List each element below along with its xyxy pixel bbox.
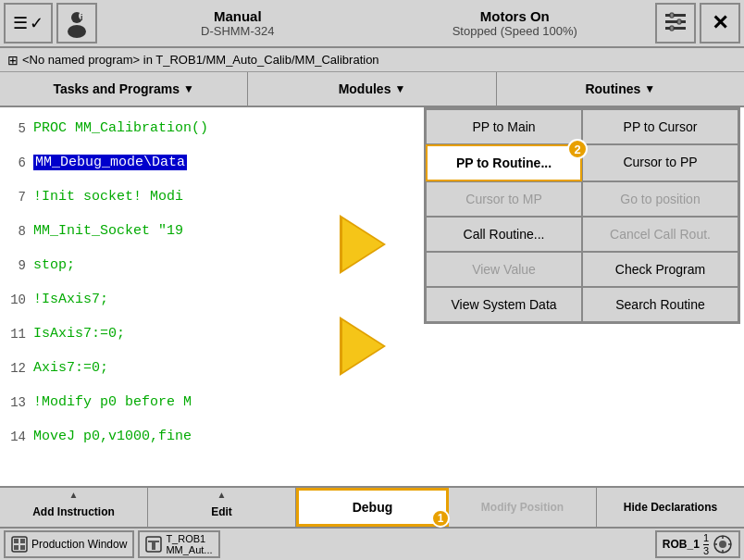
modules-arrow-icon: ▼	[394, 82, 405, 95]
production-window-label: Production Window	[31, 538, 127, 551]
status-bar: Production Window T_ROB1 MM_Aut... ROB_1…	[0, 527, 744, 560]
svg-point-1	[68, 25, 86, 38]
pp-to-routine-label: PP to Routine...	[456, 156, 552, 170]
svg-rect-4	[665, 14, 686, 17]
check-program-button[interactable]: Check Program	[582, 252, 738, 287]
svg-rect-17	[152, 542, 155, 550]
hamburger-icon: ☰	[13, 13, 28, 33]
cancel-call-rout-button[interactable]: Cancel Call Rout.	[582, 217, 738, 252]
pp-to-main-button[interactable]: PP to Main	[426, 109, 582, 144]
play-arrow-top	[342, 218, 383, 270]
rob-icon	[713, 534, 733, 554]
status-label: Stopped (Speed 100%)	[378, 24, 652, 38]
motors-label: Motors On	[378, 8, 652, 24]
navbar: Tasks and Programs ▼ Modules ▼ Routines …	[0, 72, 744, 107]
search-routine-button[interactable]: Search Routine	[582, 287, 738, 322]
close-icon: ✕	[712, 11, 728, 35]
cursor-to-pp-label: Cursor to PP	[623, 155, 697, 169]
svg-rect-14	[20, 545, 25, 550]
call-routine-label: Call Routine...	[464, 227, 545, 242]
context-menu: PP to Main PP to Cursor PP to Routine...…	[424, 107, 740, 324]
breadcrumb-icon: ⊞	[7, 53, 19, 68]
manual-label: Manual	[101, 8, 375, 24]
go-to-position-label: Go to position	[620, 192, 700, 206]
rob-num: 1	[703, 532, 709, 544]
breadcrumb: ⊞ <No named program> in T_ROB1/MM_Auto_C…	[0, 48, 744, 72]
pp-to-cursor-button[interactable]: PP to Cursor	[582, 109, 738, 144]
tasks-arrow-icon: ▼	[183, 82, 194, 95]
header: ☰ ✓ i Manual D-SHMM-324 Motors On Stoppe…	[0, 0, 744, 48]
t-rob1-label: T_ROB1	[166, 533, 212, 544]
checkmark-icon: ✓	[30, 13, 43, 33]
svg-rect-13	[14, 545, 19, 550]
debug-button[interactable]: Debug 1	[296, 488, 449, 527]
settings-button[interactable]	[655, 3, 696, 44]
view-system-data-label: View System Data	[451, 297, 556, 312]
svg-rect-5	[665, 20, 686, 23]
edit-label: Edit	[211, 505, 232, 518]
rob-name-label: ROB_1	[663, 538, 700, 551]
add-instruction-arrow: ▲	[69, 490, 79, 500]
t-rob1-button[interactable]: T_ROB1 MM_Aut...	[138, 530, 219, 558]
code-line-13: 13 !Modify p0 before M	[0, 385, 744, 419]
view-value-label: View Value	[472, 262, 536, 277]
svg-rect-6	[665, 27, 686, 30]
svg-rect-9	[670, 26, 674, 31]
header-device-info: Manual D-SHMM-324	[101, 8, 375, 38]
cursor-to-pp-button[interactable]: Cursor to PP	[582, 144, 738, 181]
close-button[interactable]: ✕	[700, 3, 740, 44]
rob-status: ROB_1 1 3	[655, 530, 740, 558]
edit-arrow: ▲	[217, 490, 227, 500]
rob-den: 3	[703, 545, 709, 556]
search-routine-label: Search Routine	[615, 297, 705, 312]
menu-button[interactable]: ☰ ✓	[4, 3, 53, 44]
debug-badge: 1	[431, 509, 450, 528]
svg-rect-12	[20, 539, 25, 543]
routines-arrow-icon: ▼	[644, 82, 655, 95]
header-status: Motors On Stopped (Speed 100%)	[378, 8, 652, 38]
person-icon: i	[62, 8, 92, 38]
code-highlight: MM_Debug_mode\Data	[33, 155, 187, 170]
pp-to-cursor-label: PP to Cursor	[624, 119, 698, 134]
bottom-toolbar: ▲ Add Instruction ▲ Edit Debug 1 Modify …	[0, 486, 744, 527]
edit-button[interactable]: ▲ Edit	[148, 488, 296, 527]
modules-label: Modules	[339, 81, 391, 96]
svg-rect-7	[670, 13, 674, 18]
code-line-14: 14 MoveJ p0,v1000,fine	[0, 419, 744, 454]
modify-position-label: Modify Position	[481, 501, 564, 514]
cursor-to-mp-label: Cursor to MP	[465, 192, 541, 206]
tasks-programs-label: Tasks and Programs	[53, 81, 180, 96]
add-instruction-label: Add Instruction	[32, 505, 115, 518]
hide-declarations-label: Hide Declarations	[624, 501, 717, 514]
svg-text:i: i	[81, 13, 83, 22]
hide-declarations-button[interactable]: Hide Declarations	[597, 488, 744, 527]
svg-point-19	[719, 541, 726, 548]
view-system-data-button[interactable]: View System Data	[426, 287, 582, 322]
cursor-to-mp-button[interactable]: Cursor to MP	[426, 181, 582, 217]
pp-to-routine-button[interactable]: PP to Routine... 2	[426, 144, 582, 181]
go-to-position-button[interactable]: Go to position	[582, 181, 738, 217]
production-window-icon	[11, 536, 28, 553]
check-program-label: Check Program	[615, 262, 705, 277]
play-arrow-bottom	[342, 320, 383, 372]
nav-modules[interactable]: Modules ▼	[248, 72, 496, 106]
pp-to-routine-badge: 2	[567, 139, 588, 159]
view-value-button[interactable]: View Value	[426, 252, 582, 287]
svg-rect-11	[14, 539, 19, 543]
cancel-call-rout-label: Cancel Call Rout.	[610, 227, 711, 242]
breadcrumb-text: <No named program> in T_ROB1/MM_Auto_Cal…	[22, 53, 379, 67]
nav-tasks-programs[interactable]: Tasks and Programs ▼	[0, 72, 248, 106]
add-instruction-button[interactable]: ▲ Add Instruction	[0, 488, 148, 527]
device-label: D-SHMM-324	[101, 24, 375, 38]
pp-to-main-label: PP to Main	[472, 119, 535, 134]
svg-rect-8	[677, 19, 681, 24]
info-button[interactable]: i	[56, 3, 97, 44]
nav-routines[interactable]: Routines ▼	[497, 72, 744, 106]
mm-auto-label: MM_Aut...	[166, 544, 212, 555]
t-rob1-icon	[145, 536, 162, 553]
settings-icon	[663, 10, 688, 36]
production-window-button[interactable]: Production Window	[4, 530, 134, 558]
svg-rect-16	[148, 541, 159, 542]
modify-position-button[interactable]: Modify Position	[449, 488, 597, 527]
call-routine-button[interactable]: Call Routine...	[426, 217, 582, 252]
